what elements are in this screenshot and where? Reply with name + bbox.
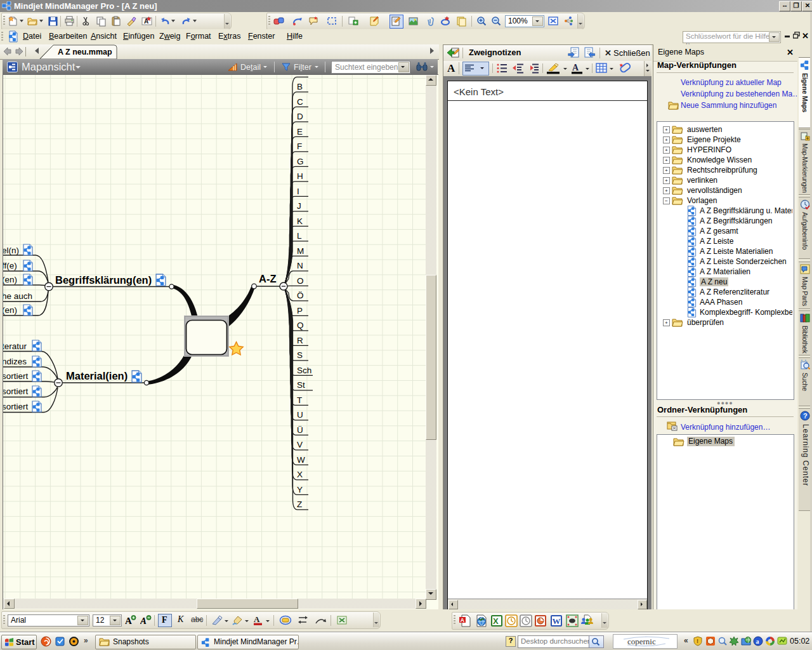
- svg-text:?: ?: [803, 412, 808, 420]
- svg-text:A: A: [572, 63, 579, 72]
- svg-text:M: M: [297, 246, 304, 256]
- svg-text:sortiert: sortiert: [3, 387, 29, 396]
- svg-text:H: H: [297, 171, 303, 181]
- svg-text:V: V: [297, 440, 303, 449]
- svg-text:Material(ien): Material(ien): [66, 370, 128, 381]
- svg-text:Sch: Sch: [297, 366, 311, 375]
- svg-text:a: a: [756, 638, 759, 645]
- svg-text:ff(e): ff(e): [3, 261, 17, 270]
- svg-text:A: A: [125, 616, 132, 626]
- svg-text:G: G: [297, 157, 304, 166]
- svg-text:he auch: he auch: [3, 291, 32, 301]
- svg-text:Ü: Ü: [297, 425, 303, 435]
- svg-text:Y: Y: [297, 485, 303, 494]
- svg-text:J: J: [297, 201, 301, 211]
- svg-text:S: S: [297, 350, 303, 360]
- svg-text:E: E: [297, 127, 303, 136]
- svg-text:(en): (en): [3, 305, 17, 315]
- svg-text:ndizes: ndizes: [3, 357, 27, 366]
- svg-text:X: X: [493, 616, 499, 626]
- svg-text:A: A: [461, 617, 465, 623]
- svg-text:F: F: [297, 142, 302, 151]
- svg-text:I: I: [297, 187, 299, 196]
- svg-text:St: St: [297, 380, 305, 390]
- svg-text:D: D: [297, 112, 303, 121]
- svg-text:Ö: Ö: [297, 291, 304, 300]
- svg-text:R: R: [297, 336, 303, 345]
- svg-text:T: T: [297, 395, 302, 405]
- svg-text:el(n): el(n): [3, 246, 19, 255]
- svg-text:Z: Z: [297, 500, 302, 509]
- svg-text:W: W: [297, 455, 305, 465]
- svg-text:Q: Q: [297, 321, 304, 330]
- svg-text:teratur: teratur: [3, 342, 27, 351]
- svg-text:K: K: [297, 216, 303, 226]
- svg-text:B: B: [297, 82, 303, 91]
- svg-text:A-Z: A-Z: [259, 273, 277, 284]
- svg-text:O: O: [297, 276, 304, 286]
- svg-text:A: A: [140, 616, 147, 626]
- svg-text:N: N: [297, 261, 303, 270]
- svg-text:A: A: [297, 75, 303, 77]
- svg-text:(en): (en): [3, 275, 17, 284]
- svg-text:L: L: [297, 231, 302, 241]
- svg-text:Begriffsklärung(en): Begriffsklärung(en): [55, 274, 152, 286]
- svg-text:C: C: [297, 97, 303, 107]
- svg-text:U: U: [297, 410, 303, 420]
- svg-text:sortiert: sortiert: [3, 402, 29, 411]
- svg-text:X: X: [297, 470, 303, 479]
- svg-text:sortiert: sortiert: [3, 371, 29, 381]
- svg-text:W: W: [553, 616, 561, 626]
- svg-text:!: !: [697, 638, 698, 644]
- svg-text:P: P: [297, 306, 303, 315]
- svg-text:A: A: [254, 614, 260, 624]
